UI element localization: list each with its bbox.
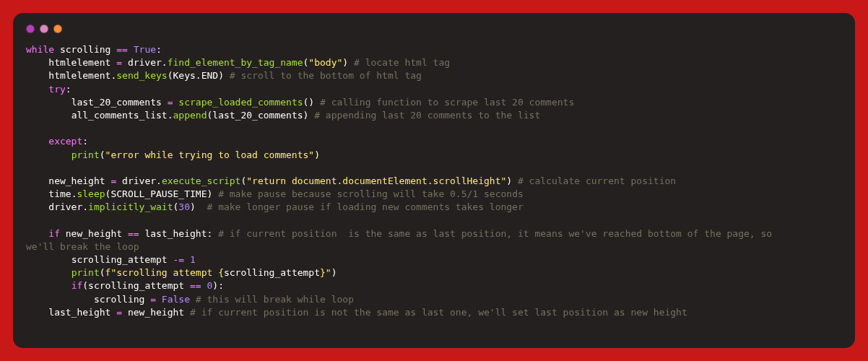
token-id: new_height [128, 307, 184, 318]
token-bool: True [134, 44, 156, 55]
token-paren: ) [212, 280, 218, 291]
maximize-icon[interactable] [53, 25, 62, 33]
code-line [26, 214, 32, 225]
token-dot2: . [196, 70, 201, 81]
close-icon[interactable] [26, 25, 35, 33]
token-paren: ( [82, 280, 88, 291]
token-kw: if [48, 228, 60, 239]
token-id: htmlelement [48, 70, 110, 81]
code-line: try: [26, 84, 71, 95]
token-dot2: . [168, 110, 173, 121]
token-cm: # if current position is not the same as… [190, 307, 687, 318]
token-paren: ) [342, 57, 348, 68]
token-id: driver [128, 57, 162, 68]
code-line [26, 162, 32, 173]
code-line: print(f"scrolling attempt {scrolling_att… [26, 267, 337, 278]
token-op: = [168, 97, 173, 108]
token-id: last_height [48, 307, 110, 318]
token-kw: try [48, 84, 65, 95]
token-cm: we'll break the loop [26, 241, 139, 252]
token-id: Keys [173, 70, 196, 81]
code-line: except: [26, 136, 88, 147]
token-op: -= [173, 254, 185, 265]
token-op: == [190, 280, 201, 291]
token-id: last_height [144, 228, 207, 239]
token-fn: scrape_loaded_comments [178, 97, 303, 108]
token-cm: # make pause because scrolling will take… [218, 188, 524, 199]
token-dot2: . [156, 175, 162, 186]
token-id: htmlelement [48, 57, 110, 68]
token-paren: ) [303, 110, 309, 121]
code-line: driver.implicitly_wait(30) # make longer… [26, 201, 524, 212]
token-str: f"scrolling attempt [105, 267, 219, 278]
code-line: while scrolling == True: [26, 44, 162, 55]
token-op: = [150, 294, 156, 305]
token-id: driver [48, 201, 82, 212]
token-kw: if [71, 280, 83, 291]
token-fn: find_element_by_tag_name [168, 57, 303, 68]
code-line [26, 123, 32, 134]
token-op: = [116, 57, 122, 68]
token-dot2: . [82, 201, 88, 212]
token-fn: append [173, 110, 207, 121]
code-line: if(scrolling_attempt == 0): [26, 280, 224, 291]
token-cm: # if current position is the same as las… [218, 228, 772, 239]
token-paren: ) [314, 149, 320, 160]
token-str: " [326, 267, 331, 278]
token-cm: # locate html tag [354, 57, 450, 68]
token-id: scrolling [94, 294, 144, 305]
token-dot2: . [162, 57, 168, 68]
code-line: htmlelement = driver.find_element_by_tag… [26, 57, 450, 68]
token-id: scrolling_attempt [71, 254, 168, 265]
token-op: == [116, 44, 128, 55]
token-fn: send_keys [116, 70, 167, 81]
token-id: SCROLL_PAUSE_TIME [110, 188, 207, 199]
token-id: scrolling_attempt [224, 267, 320, 278]
token-paren: : [82, 136, 88, 147]
token-brace: { [218, 267, 224, 278]
token-cm: # this will break while loop [196, 294, 354, 305]
token-num: 1 [190, 254, 196, 265]
token-num: 30 [178, 201, 190, 212]
token-cm: # make longer pause if loading new comme… [207, 201, 523, 212]
token-fn: execute_script [162, 175, 241, 186]
token-fn: implicitly_wait [88, 201, 173, 212]
token-id: scrolling_attempt [88, 280, 184, 291]
token-str: "return document.documentElement.scrollH… [246, 175, 506, 186]
token-paren: ) [190, 201, 196, 212]
token-id: new_height [48, 175, 105, 186]
token-id: all_comments_list [71, 110, 168, 121]
token-id: scrolling [60, 44, 110, 55]
token-paren: : [66, 84, 71, 95]
token-brace: } [320, 267, 326, 278]
window-titlebar [26, 25, 842, 33]
token-op: = [116, 307, 122, 318]
token-paren: ( [100, 149, 105, 160]
token-str: "error while trying to load comments" [105, 149, 315, 160]
token-cm: # calling function to scrape last 20 com… [320, 97, 574, 108]
token-str: "body" [308, 57, 342, 68]
token-op: == [128, 228, 139, 239]
token-id: last_20_comments [212, 110, 303, 121]
token-cm: # scroll to the bottom of html tag [230, 70, 422, 81]
token-paren: ) [331, 267, 337, 278]
code-line: last_20_comments = scrape_loaded_comment… [26, 97, 574, 108]
code-line: if new_height == last_height: # if curre… [26, 228, 772, 239]
code-line: we'll break the loop [26, 241, 139, 252]
token-paren: : [218, 280, 224, 291]
token-id: time [48, 188, 71, 199]
token-op: = [110, 175, 116, 186]
token-paren: ) [506, 175, 512, 186]
minimize-icon[interactable] [40, 25, 48, 33]
token-paren: ( [168, 70, 173, 81]
token-fn: sleep [77, 188, 105, 199]
code-block: while scrolling == True: htmlelement = d… [26, 43, 842, 319]
code-line: print("error while trying to load commen… [26, 149, 320, 160]
token-id: END [201, 70, 218, 81]
code-line: new_height = driver.execute_script("retu… [26, 175, 676, 186]
token-paren: : [156, 44, 162, 55]
token-cm: # appending last 20 comments to the list [314, 110, 540, 121]
token-paren: () [303, 97, 315, 108]
code-line: last_height = new_height # if current po… [26, 307, 687, 318]
token-id: last_20_comments [71, 97, 162, 108]
